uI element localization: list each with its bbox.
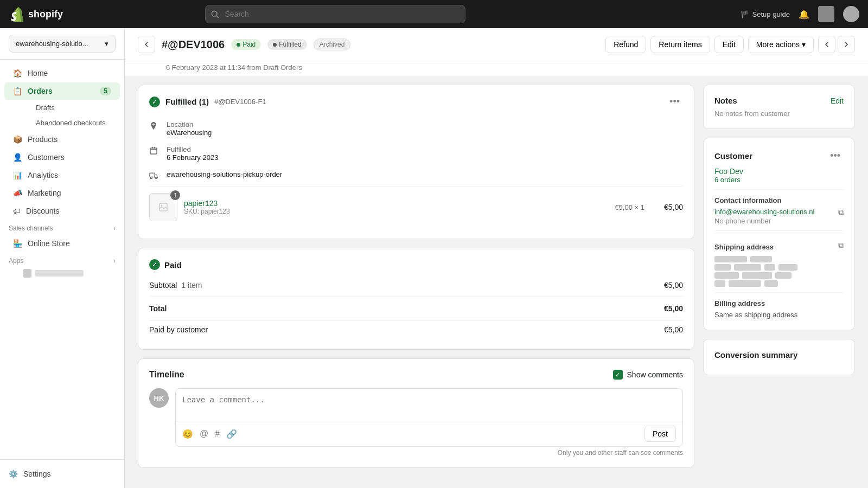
timeline-title: Timeline (149, 370, 184, 380)
customer-more-button[interactable]: ••• (827, 149, 844, 163)
svg-rect-3 (154, 147, 155, 149)
link-icon[interactable]: 🔗 (226, 429, 237, 439)
fulfilled-date-row: Fulfilled 6 February 2023 (149, 141, 683, 166)
notes-edit-button[interactable]: Edit (831, 97, 844, 105)
next-arrow-icon (843, 41, 850, 48)
app-layout: ewarehousing-solutio... ▾ 🏠 Home 📋 Order… (0, 28, 868, 488)
hashtag-icon[interactable]: # (215, 429, 220, 439)
flag-icon: 🏴 (741, 10, 749, 18)
svg-point-0 (212, 11, 217, 16)
fulfilled-date-info: Fulfilled 6 February 2023 (167, 145, 218, 162)
sidebar-item-products[interactable]: 📦 Products (4, 131, 120, 148)
product-info: papier123 SKU: papier123 (184, 199, 230, 215)
fulfilled-card-actions: ••• (666, 96, 683, 107)
truck-icon (149, 171, 160, 182)
products-icon: 📦 (13, 135, 22, 144)
comment-note: Only you and other staff can see comment… (149, 447, 683, 457)
home-icon: 🏠 (13, 69, 22, 78)
sidebar-item-orders[interactable]: 📋 Orders 5 (4, 82, 120, 100)
search-input[interactable] (205, 5, 465, 23)
store-avatar (818, 6, 834, 22)
show-comments-toggle[interactable]: ✓ Show comments (613, 370, 683, 380)
product-price-unit: €5,00 × 1 (615, 203, 644, 211)
sidebar-item-abandoned[interactable]: Abandoned checkouts (27, 115, 120, 130)
conversion-title: Conversion summary (714, 350, 797, 359)
customer-name-link[interactable]: Foo Dev (714, 167, 844, 176)
sidebar-item-analytics[interactable]: 📊 Analytics (4, 166, 120, 184)
product-name-link[interactable]: papier123 (184, 199, 218, 208)
post-comment-button[interactable]: Post (644, 426, 676, 442)
shopify-logo: shopify (9, 7, 63, 22)
return-items-button[interactable]: Return items (650, 36, 710, 53)
analytics-icon: 📊 (13, 171, 22, 179)
paid-label: Paid (242, 41, 256, 48)
show-comments-checkbox[interactable]: ✓ (613, 370, 623, 380)
comment-toolbar: 😊 @ # 🔗 Post (176, 421, 682, 446)
svg-rect-2 (152, 147, 153, 149)
next-order-button[interactable] (838, 36, 855, 53)
sidebar-item-marketing[interactable]: 📣 Marketing (4, 184, 120, 202)
timeline-header: Timeline ✓ Show comments (149, 370, 683, 380)
mention-icon[interactable]: @ (200, 429, 208, 439)
order-navigation-arrows (818, 36, 855, 53)
sales-channels-expand-icon[interactable]: › (113, 224, 116, 232)
subtotal-label: Subtotal (149, 281, 177, 290)
refund-button[interactable]: Refund (605, 36, 646, 53)
subtotal-row: Subtotal 1 item €5,00 (149, 279, 683, 292)
sidebar-item-online-store[interactable]: 🏪 Online Store (4, 235, 120, 252)
tracking-value: ewarehousing-solutions-pickup-order (167, 170, 282, 178)
subtotal-items: 1 item (181, 281, 664, 290)
logo-text: shopify (28, 9, 63, 20)
customer-divider-1 (714, 189, 844, 190)
customer-phone: No phone number (714, 217, 844, 225)
order-header-actions: Refund Return items Edit More actions ▾ (605, 36, 855, 53)
billing-same-text: Same as shipping address (714, 311, 844, 319)
paid-check-icon: ✓ (149, 259, 160, 270)
more-actions-label: More actions (756, 40, 800, 49)
sidebar-item-home[interactable]: 🏠 Home (4, 65, 120, 82)
main-content: #@DEV1006 Paid Fulfilled Archived Refund… (125, 28, 868, 488)
customer-email[interactable]: info@ewarehousing-solutions.nl (714, 208, 814, 216)
store-selector[interactable]: ewarehousing-solutio... ▾ (0, 28, 124, 60)
settings-label: Settings (23, 470, 51, 478)
apps-expand-icon[interactable]: › (113, 257, 116, 265)
emoji-icon[interactable]: 😊 (182, 429, 193, 439)
fulfilled-more-button[interactable]: ••• (666, 95, 683, 108)
customers-label: Customers (28, 153, 65, 162)
customer-orders-link[interactable]: 6 orders (714, 176, 844, 184)
copy-email-button[interactable]: ⧉ (838, 208, 844, 217)
notifications-button[interactable]: 🔔 (799, 9, 809, 20)
sidebar-item-settings[interactable]: ⚙️ Settings (9, 466, 116, 481)
apps-section: Apps › (0, 253, 124, 267)
comment-textarea[interactable] (176, 389, 682, 419)
sidebar-item-customers[interactable]: 👤 Customers (4, 149, 120, 166)
paid-by-label: Paid by customer (149, 325, 208, 334)
product-row: 1 papier123 SKU: papier123 €5,00 × 1 €5,… (149, 186, 683, 228)
setup-guide-button[interactable]: 🏴 Setup guide (741, 10, 790, 18)
calendar-icon (149, 146, 160, 157)
prev-order-button[interactable] (818, 36, 835, 53)
customer-header: Customer ••• (714, 149, 844, 163)
edit-button[interactable]: Edit (714, 36, 744, 53)
sidebar-item-discounts[interactable]: 🏷 Discounts (4, 202, 120, 220)
more-actions-button[interactable]: More actions ▾ (748, 36, 814, 53)
notes-card: Notes Edit No notes from customer (703, 85, 855, 129)
customer-divider-3 (714, 292, 844, 293)
status-archived-badge: Archived (314, 38, 351, 50)
email-row: info@ewarehousing-solutions.nl ⧉ (714, 208, 844, 217)
apps-placeholder (0, 267, 124, 282)
search-icon (210, 10, 219, 18)
sidebar-item-drafts[interactable]: Drafts (27, 100, 120, 115)
copy-shipping-button[interactable]: ⧉ (838, 241, 844, 250)
fulfilled-card: ✓ Fulfilled (1) #@DEV1006-F1 ••• (138, 85, 694, 239)
back-arrow-icon (142, 40, 151, 49)
product-price-total: €5,00 (664, 203, 683, 211)
fulfilled-date-value: 6 February 2023 (167, 153, 218, 162)
sidebar: ewarehousing-solutio... ▾ 🏠 Home 📋 Order… (0, 28, 125, 488)
total-value: €5,00 (664, 304, 683, 313)
back-button[interactable] (138, 36, 155, 53)
location-label: Location (167, 120, 212, 129)
prev-arrow-icon (823, 41, 831, 48)
online-store-label: Online Store (28, 239, 70, 248)
customer-card: Customer ••• Foo Dev 6 orders Contact in… (703, 138, 855, 330)
